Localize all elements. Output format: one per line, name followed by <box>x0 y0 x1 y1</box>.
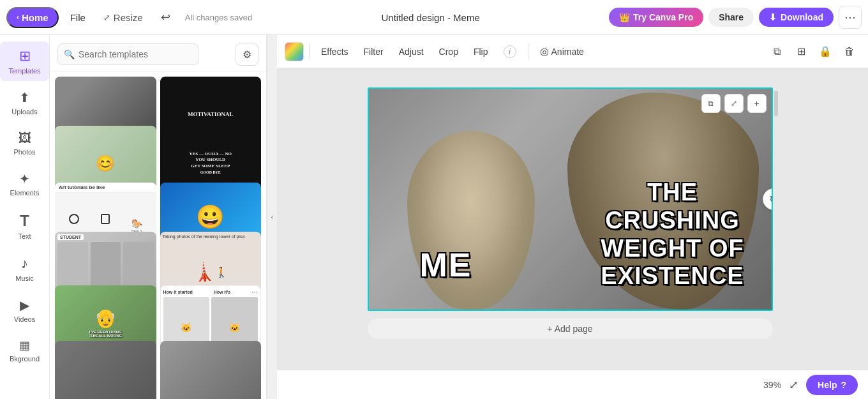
effects-button[interactable]: Effects <box>315 43 355 60</box>
sidebar-label-background: Bkground <box>10 355 40 363</box>
info-icon: i <box>504 45 516 58</box>
scrollbar-thumb <box>774 91 778 116</box>
meme-canvas[interactable]: ME THE CRUSHINGWEIGHT OFEXISTENCE ⧉ ⤢ + <box>368 87 773 311</box>
layers-button[interactable]: ⧉ <box>766 41 788 63</box>
sidebar-label-photos: Photos <box>13 148 35 156</box>
canva-pro-button[interactable]: 👑 Try Canva Pro <box>609 8 703 27</box>
info-button[interactable]: i <box>497 42 523 61</box>
delete-button[interactable]: 🗑 <box>839 41 860 63</box>
expand-handle[interactable]: ⤢ <box>724 94 744 113</box>
background-icon: ▦ <box>19 338 30 352</box>
home-label: Home <box>22 12 49 23</box>
undo-icon: ↩ <box>161 10 170 24</box>
topbar-center: Untitled design - Meme <box>257 12 604 23</box>
document-title: Untitled design - Meme <box>382 12 480 23</box>
crown-icon: 👑 <box>619 12 630 22</box>
resize-icon: ⤢ <box>103 13 110 22</box>
zoom-expand-button[interactable]: ⤢ <box>786 375 801 395</box>
animate-icon: ◎ <box>540 45 549 57</box>
crop-button[interactable]: Crop <box>433 43 465 60</box>
download-icon: ⬇ <box>769 12 777 22</box>
animate-button[interactable]: ◎ Animate <box>534 42 590 61</box>
more-options-button[interactable]: ⋯ <box>839 6 862 29</box>
sidebar-item-music[interactable]: ♪ Music <box>0 249 49 289</box>
bottom-bar: 39% ⤢ Help ? <box>277 370 868 399</box>
elements-icon: ✦ <box>19 171 30 186</box>
template-card-2-text: MOTIVATIONAL <box>184 108 237 122</box>
resize-label: Resize <box>114 12 143 23</box>
sidebar-item-elements[interactable]: ✦ Elements <box>0 165 49 203</box>
layers-icon: ⧉ <box>774 46 781 57</box>
download-button[interactable]: ⬇ Download <box>759 8 834 27</box>
filter-icon: ⚙ <box>243 49 251 61</box>
share-button[interactable]: Share <box>708 8 754 27</box>
add-icon: + <box>754 98 759 109</box>
sidebar-item-photos[interactable]: 🖼 Photos <box>0 124 49 162</box>
refresh-icon: ↻ <box>769 193 773 206</box>
search-input-wrapper: 🔍 <box>57 43 230 65</box>
sidebar-label-text: Text <box>18 232 31 240</box>
grid-button[interactable]: ⊞ <box>790 41 812 63</box>
panel-collapse-handle[interactable]: ‹ <box>267 35 277 399</box>
resize-button[interactable]: ⤢ Resize <box>97 9 149 26</box>
file-button[interactable]: File <box>64 9 92 26</box>
canvas-container: ME THE CRUSHINGWEIGHT OFEXISTENCE ⧉ ⤢ + <box>368 87 773 339</box>
sidebar-item-templates[interactable]: ⊞ Templates <box>0 41 49 81</box>
canvas-scroll[interactable]: ME THE CRUSHINGWEIGHT OFEXISTENCE ⧉ ⤢ + <box>277 68 868 370</box>
sidebar-item-videos[interactable]: ▶ Videos <box>0 291 49 329</box>
help-label: Help <box>818 380 837 390</box>
sidebar-label-elements: Elements <box>10 189 40 197</box>
lock-icon: 🔒 <box>819 45 832 57</box>
duplicate-icon: ⧉ <box>708 99 714 108</box>
text-icon: T <box>20 212 29 230</box>
help-button[interactable]: Help ? <box>806 375 858 395</box>
photos-icon: 🖼 <box>19 131 31 146</box>
ellipsis-icon: ⋯ <box>844 10 856 24</box>
file-label: File <box>70 12 86 23</box>
meme-text-me[interactable]: ME <box>420 246 472 284</box>
color-swatch[interactable] <box>285 42 304 61</box>
add-page-handle[interactable]: + <box>747 94 767 113</box>
templates-icon: ⊞ <box>19 48 31 64</box>
sidebar-label-uploads: Uploads <box>11 108 37 116</box>
toolbar-divider-2 <box>528 44 528 59</box>
filter-button[interactable]: Filter <box>357 43 390 60</box>
topbar-left: ‹ Home File ⤢ Resize ↩ All changes saved <box>6 7 252 28</box>
canvas-handles: ⧉ ⤢ + <box>701 94 767 113</box>
add-page-label: + Add page <box>547 324 592 334</box>
editor-toolbar: Effects Filter Adjust Crop Flip i ◎ Anim… <box>277 35 868 68</box>
sidebar-item-text[interactable]: T Text <box>0 206 49 246</box>
uploads-icon: ⬆ <box>19 90 30 105</box>
search-bar: 🔍 ⚙ <box>50 35 266 72</box>
sidebar-label-videos: Videos <box>14 315 35 323</box>
canva-pro-label: Try Canva Pro <box>633 12 693 22</box>
undo-button[interactable]: ↩ <box>154 7 177 27</box>
home-button[interactable]: ‹ Home <box>6 7 59 28</box>
template-card-12[interactable]: ME THE CRUSHING WEIGHT OF EXISTENCE <box>160 341 262 399</box>
sidebar-item-background[interactable]: ▦ Bkground <box>0 332 49 369</box>
chevron-left-icon: ‹ <box>17 13 19 22</box>
lock-button[interactable]: 🔒 <box>814 41 836 63</box>
music-icon: ♪ <box>21 255 28 272</box>
search-input[interactable] <box>57 43 198 65</box>
icon-sidebar: ⊞ Templates ⬆ Uploads 🖼 Photos ✦ Element… <box>0 35 50 399</box>
grid-icon: ⊞ <box>797 45 805 57</box>
flip-button[interactable]: Flip <box>467 43 495 60</box>
collapse-icon: ‹ <box>271 213 274 222</box>
filter-button[interactable]: ⚙ <box>236 43 258 66</box>
adjust-button[interactable]: Adjust <box>393 43 430 60</box>
templates-panel: 🔍 ⚙ ME MEAT MOTIVATIONAL 😊 YES — OUI <box>50 35 267 399</box>
add-page-button[interactable]: + Add page <box>368 319 773 339</box>
autosave-status: All changes saved <box>185 13 253 22</box>
sidebar-item-uploads[interactable]: ⬆ Uploads <box>0 84 49 122</box>
duplicate-handle[interactable]: ⧉ <box>701 94 721 113</box>
animate-label: Animate <box>551 47 584 57</box>
canvas-area: Effects Filter Adjust Crop Flip i ◎ Anim… <box>277 35 868 399</box>
search-icon: 🔍 <box>64 49 75 59</box>
adjust-label: Adjust <box>399 47 424 57</box>
help-icon: ? <box>841 380 846 390</box>
download-label: Download <box>781 12 823 22</box>
template-card-11[interactable]: WHEN SOMEONE TELLS MEI HAVE TOO MANY BOO… <box>55 341 156 399</box>
meme-text-weight[interactable]: THE CRUSHINGWEIGHT OFEXISTENCE <box>593 179 752 290</box>
templates-grid: ME MEAT MOTIVATIONAL 😊 YES — OUIJA — NOY… <box>50 72 266 399</box>
